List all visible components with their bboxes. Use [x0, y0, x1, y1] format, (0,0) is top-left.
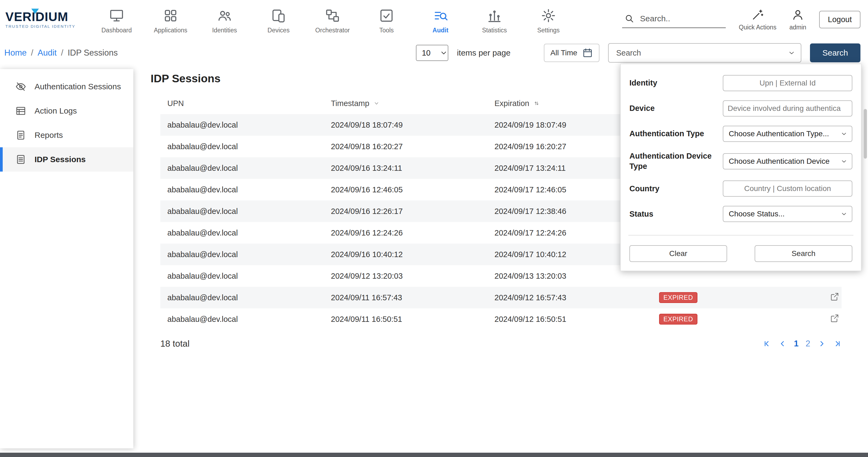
sidebar-item-label: Reports: [35, 131, 63, 140]
table-row[interactable]: ababalau@dev.local 2024/09/11 16:57:43 2…: [160, 287, 842, 308]
nav-item-settings[interactable]: Settings: [522, 5, 576, 34]
device-filter-input[interactable]: [723, 100, 852, 117]
logo-triangle-icon: [31, 9, 39, 14]
select-value: Choose Authentication Device: [729, 157, 830, 166]
breadcrumb-separator: /: [61, 48, 63, 58]
sidebar-item-authentication-sessions[interactable]: Authentication Sessions: [0, 74, 133, 99]
previous-page-icon[interactable]: [778, 339, 787, 348]
tools-icon: [379, 8, 394, 24]
items-per-page-select[interactable]: 10: [416, 45, 448, 61]
filter-label-authentication-device-type: Authentication Device Type: [629, 151, 718, 171]
sidebar-item-label: Action Logs: [35, 106, 77, 116]
chevron-down-icon: [840, 158, 847, 165]
time-filter-button[interactable]: All Time: [544, 44, 599, 62]
cell-upn: ababalau@dev.local: [160, 136, 324, 157]
global-search-input[interactable]: [640, 14, 718, 23]
devices-icon: [271, 8, 286, 24]
authentication-type-select[interactable]: Choose Authentication Type...: [723, 126, 852, 142]
quick-actions-label: Quick Actions: [739, 24, 776, 31]
document-icon: [15, 130, 26, 141]
cell-timestamp: 2024/09/16 12:26:17: [324, 200, 488, 222]
applications-icon: [163, 8, 178, 24]
time-filter-label: All Time: [550, 48, 577, 57]
cell-timestamp: 2024/09/16 12:46:05: [324, 179, 488, 200]
column-header-upn[interactable]: UPN: [160, 93, 324, 114]
select-value: Choose Authentication Type...: [729, 130, 829, 138]
quick-actions-button[interactable]: Quick Actions: [739, 8, 776, 31]
open-session-button[interactable]: [830, 314, 839, 323]
last-page-icon[interactable]: [833, 339, 842, 348]
filter-label-device: Device: [629, 103, 718, 113]
status-badge: EXPIRED: [659, 292, 698, 303]
sidebar-item-label: IDP Sessions: [35, 155, 86, 164]
table-footer: 18 total 1 2: [160, 338, 842, 349]
veridium-logo[interactable]: VERIDIUM TRUSTED DIGITAL IDENTITY: [5, 10, 86, 28]
cell-status: EXPIRED: [652, 287, 828, 308]
breadcrumb-home[interactable]: Home: [4, 48, 27, 58]
first-page-icon[interactable]: [763, 339, 771, 348]
nav-item-tools[interactable]: Tools: [360, 5, 413, 34]
filter-search-button[interactable]: Search: [755, 245, 852, 262]
breadcrumb-current: IDP Sessions: [68, 48, 118, 58]
vertical-scrollbar-thumb[interactable]: [864, 109, 867, 159]
sort-descending-icon[interactable]: [373, 100, 380, 107]
table-row[interactable]: ababalau@dev.local 2024/09/11 16:50:51 2…: [160, 308, 842, 330]
breadcrumb-audit[interactable]: Audit: [37, 48, 57, 58]
filter-panel: Identity Device Authentication Type Choo…: [620, 64, 862, 271]
cell-timestamp: 2024/09/11 16:57:43: [324, 287, 488, 308]
country-filter-input[interactable]: [723, 181, 852, 197]
main-nav: Dashboard Applications Identities Device…: [90, 5, 576, 34]
horizontal-scrollbar[interactable]: [0, 453, 868, 457]
user-menu[interactable]: admin: [789, 8, 806, 31]
nav-label: Dashboard: [101, 27, 132, 34]
audit-icon: [433, 8, 448, 24]
nav-item-audit[interactable]: Audit: [413, 5, 467, 34]
page-number-1[interactable]: 1: [794, 339, 799, 349]
column-header-timestamp[interactable]: Timestamp: [324, 93, 488, 114]
top-navigation: VERIDIUM TRUSTED DIGITAL IDENTITY Dashbo…: [0, 0, 868, 39]
cell-upn: ababalau@dev.local: [160, 157, 324, 179]
idp-sessions-page: VERIDIUM TRUSTED DIGITAL IDENTITY Dashbo…: [0, 0, 868, 457]
brand-name: VERIDIUM: [5, 10, 86, 23]
table-list-icon: [15, 105, 26, 117]
subheader: Home / Audit / IDP Sessions 10 items per…: [0, 39, 868, 67]
identity-filter-input[interactable]: [723, 75, 852, 91]
column-label: Expiration: [494, 99, 529, 108]
cell-timestamp: 2024/09/11 16:50:51: [324, 308, 488, 330]
sort-both-icon[interactable]: [533, 100, 540, 107]
orchestrator-icon: [325, 8, 340, 24]
open-session-button[interactable]: [830, 292, 839, 302]
total-count-label: 18 total: [160, 338, 189, 349]
chevron-down-icon: [788, 49, 796, 57]
filter-panel-divider: [628, 235, 854, 235]
status-select[interactable]: Choose Status...: [723, 206, 852, 222]
nav-label: Audit: [433, 27, 448, 34]
cell-upn: ababalau@dev.local: [160, 222, 324, 243]
cell-status: EXPIRED: [652, 308, 828, 330]
sidebar-item-idp-sessions[interactable]: IDP Sessions: [0, 147, 133, 171]
cell-expiration: 2024/09/12 16:50:51: [488, 308, 652, 330]
cell-timestamp: 2024/09/18 16:20:27: [324, 136, 488, 157]
nav-label: Devices: [268, 27, 289, 34]
filter-search-combobox[interactable]: Search: [608, 43, 801, 63]
filter-row-identity: Identity: [629, 75, 852, 91]
cell-upn: ababalau@dev.local: [160, 287, 324, 308]
cell-timestamp: 2024/09/16 12:24:26: [324, 222, 488, 243]
nav-item-identities[interactable]: Identities: [197, 5, 252, 34]
sidebar-item-reports[interactable]: Reports: [0, 123, 133, 147]
cell-timestamp: 2024/09/16 13:24:11: [324, 157, 488, 179]
cell-timestamp: 2024/09/18 18:07:49: [324, 114, 488, 136]
breadcrumb-separator: /: [31, 48, 33, 58]
nav-item-devices[interactable]: Devices: [252, 5, 306, 34]
nav-item-dashboard[interactable]: Dashboard: [90, 5, 144, 34]
authentication-device-type-select[interactable]: Choose Authentication Device: [723, 153, 852, 169]
next-page-icon[interactable]: [817, 339, 826, 348]
filter-clear-button[interactable]: Clear: [629, 245, 727, 262]
logout-button[interactable]: Logout: [819, 11, 861, 28]
nav-item-statistics[interactable]: Statistics: [467, 5, 522, 34]
page-number-2[interactable]: 2: [806, 339, 810, 349]
sidebar-item-action-logs[interactable]: Action Logs: [0, 99, 133, 123]
nav-item-applications[interactable]: Applications: [144, 5, 197, 34]
toolbar-search-button[interactable]: Search: [810, 43, 861, 62]
nav-item-orchestrator[interactable]: Orchestrator: [306, 5, 360, 34]
